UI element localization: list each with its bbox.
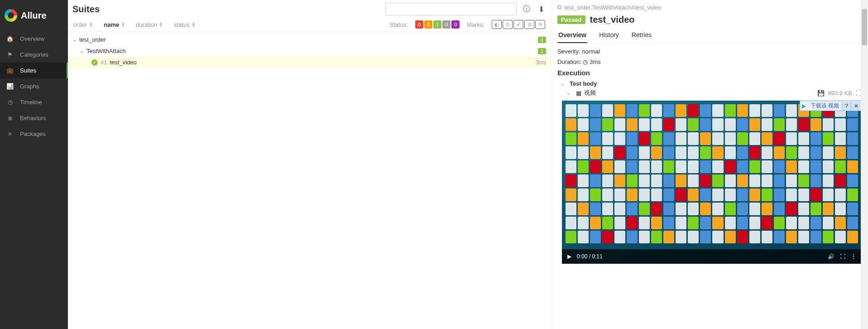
detail-tabs: OverviewHistoryRetries xyxy=(551,28,868,44)
status-label: Status: xyxy=(390,21,408,28)
count-badge: 1 xyxy=(538,37,546,43)
chevron-down-icon: ⌄ xyxy=(72,37,77,43)
home-icon: 🏠 xyxy=(6,35,14,42)
attachment-row[interactable]: ⌄ ▦ 视频 💾 893.9 KB ⛶ xyxy=(566,89,862,97)
briefcase-icon: 💼 xyxy=(6,67,14,74)
sort-duration[interactable]: duration▲▼ xyxy=(136,21,163,28)
flag-icon: ⚑ xyxy=(6,51,14,58)
mark-refresh-icon[interactable]: ⟳ xyxy=(535,20,545,29)
clock-icon: ◷ xyxy=(6,99,14,106)
duration-value: 3ms xyxy=(590,58,601,65)
mark-new-failed-icon[interactable]: ◐ xyxy=(492,20,502,29)
status-pill[interactable]: 0 xyxy=(415,20,423,29)
help-icon[interactable]: ? xyxy=(842,102,851,110)
nav-item-graphs[interactable]: 📊Graphs xyxy=(0,78,68,94)
sort-order[interactable]: order▲▼ xyxy=(73,21,93,28)
count-badge: 1 xyxy=(538,48,546,54)
nav-item-suites[interactable]: 💼Suites xyxy=(0,63,68,78)
logo[interactable]: Allure xyxy=(0,0,68,31)
sort-icon: ▲▼ xyxy=(89,22,93,27)
tree-test[interactable]: ✓#1test_video3ms xyxy=(68,57,551,68)
test-body-row[interactable]: ⌄ Test body xyxy=(560,80,862,87)
sidebar: Allure 🏠Overview⚑Categories💼Suites📊Graph… xyxy=(0,0,68,329)
save-icon[interactable]: 💾 xyxy=(817,90,825,97)
status-pill[interactable]: 0 xyxy=(442,20,451,29)
marks-label: Marks: xyxy=(467,21,484,28)
mark-manual-icon[interactable]: ⊘ xyxy=(524,20,534,29)
nav-item-packages[interactable]: ≡Packages xyxy=(0,126,68,142)
status-passed-icon: ✓ xyxy=(91,59,98,66)
breadcrumb: ⧉ test_order.TestWithAttach#test_video xyxy=(551,0,868,15)
mark-filters: ◐ ⊙ ✔ ⊘ ⟳ xyxy=(492,20,545,29)
detail-panel: ⧉ test_order.TestWithAttach#test_video P… xyxy=(551,0,868,329)
allure-logo-icon xyxy=(5,9,17,22)
tree-group[interactable]: ⌄TestWithAttach1 xyxy=(68,45,551,57)
severity-row: Severity: normal xyxy=(557,48,862,55)
play-button[interactable]: ▶ xyxy=(567,253,571,260)
download-icon[interactable]: ⬇ xyxy=(537,4,546,15)
more-icon[interactable]: ⋮ xyxy=(851,253,856,260)
sort-icon: ▲▼ xyxy=(192,22,196,27)
nav-item-behaviors[interactable]: ≣Behaviors xyxy=(0,110,68,126)
clock-icon: ◷ xyxy=(583,58,588,65)
nav-item-categories[interactable]: ⚑Categories xyxy=(0,47,68,63)
video-attachment[interactable]: ▶ 下载该 视频 ? ✕ ▶ 0:00 / 0:11 🔊 ⛶ ⋮ xyxy=(562,101,862,264)
tab-history[interactable]: History xyxy=(598,28,620,43)
sort-icon: ▲▼ xyxy=(159,22,163,27)
duration-row: Duration: ◷ 3ms xyxy=(557,58,862,65)
execution-heading: Execution xyxy=(557,69,862,77)
close-icon[interactable]: ✕ xyxy=(851,102,861,110)
mark-retried-icon[interactable]: ✔ xyxy=(513,20,523,29)
status-pill[interactable]: 0 xyxy=(424,20,432,29)
list-icon: ≣ xyxy=(6,115,14,121)
columns-row: order▲▼name▲▼duration▲▼status▲▼ Status: … xyxy=(68,17,551,32)
tab-overview[interactable]: Overview xyxy=(557,28,587,43)
severity-value: normal xyxy=(582,48,600,55)
scrollbar[interactable] xyxy=(861,0,868,329)
nav-item-timeline[interactable]: ◷Timeline xyxy=(0,94,68,110)
video-controls: ▶ 0:00 / 0:11 🔊 ⛶ ⋮ xyxy=(562,249,862,264)
status-pill[interactable]: 1 xyxy=(433,20,441,29)
fullscreen-button[interactable]: ⛶ xyxy=(840,253,845,260)
sort-status[interactable]: status▲▼ xyxy=(174,21,196,28)
nav-list: 🏠Overview⚑Categories💼Suites📊Graphs◷Timel… xyxy=(0,31,68,142)
mark-flaky-icon[interactable]: ⊙ xyxy=(503,20,513,29)
nav-item-overview[interactable]: 🏠Overview xyxy=(0,31,68,47)
layers-icon: ≡ xyxy=(6,131,14,137)
suites-title: Suites xyxy=(72,4,100,15)
video-frame-desktop xyxy=(566,104,858,246)
detail-body: Severity: normal Duration: ◷ 3ms Executi… xyxy=(551,44,868,329)
sort-icon: ▲▼ xyxy=(121,22,125,27)
suites-panel: Suites ⓘ ⬇ order▲▼name▲▼duration▲▼status… xyxy=(68,0,551,329)
attachment-name: 视频 xyxy=(584,89,596,97)
chevron-down-icon: ⌄ xyxy=(560,81,564,87)
tree-group[interactable]: ⌄test_order1 xyxy=(68,34,551,45)
status-badge: Passed xyxy=(557,15,585,24)
search-input[interactable] xyxy=(385,3,517,15)
chevron-down-icon: ⌄ xyxy=(80,48,84,54)
tab-retries[interactable]: Retries xyxy=(631,28,652,43)
attachment-size: 893.9 KB xyxy=(828,90,853,97)
volume-icon[interactable]: 🔊 xyxy=(828,253,834,260)
chevron-down-icon: ⌄ xyxy=(566,90,571,96)
row-duration: 3ms xyxy=(536,59,546,66)
breadcrumb-text: test_order.TestWithAttach#test_video xyxy=(564,4,662,11)
sort-name[interactable]: name▲▼ xyxy=(104,21,125,28)
chart-icon: 📊 xyxy=(6,83,14,90)
play-icon: ▶ xyxy=(800,103,808,109)
download-banner[interactable]: ▶ 下载该 视频 ? ✕ xyxy=(800,101,862,111)
status-pill[interactable]: 0 xyxy=(451,20,460,29)
info-icon[interactable]: ⓘ xyxy=(521,4,532,15)
brand-name: Allure xyxy=(21,10,47,21)
copy-icon[interactable]: ⧉ xyxy=(557,4,561,11)
file-icon: ▦ xyxy=(576,90,581,97)
status-counts: 00100 xyxy=(415,20,460,29)
suites-header: Suites ⓘ ⬇ xyxy=(68,0,551,17)
test-name: test_video xyxy=(590,15,635,25)
test-tree: ⌄test_order1⌄TestWithAttach1✓#1test_vide… xyxy=(68,32,551,70)
download-banner-text: 下载该 视频 xyxy=(808,101,842,111)
video-time: 0:00 / 0:11 xyxy=(577,253,603,260)
